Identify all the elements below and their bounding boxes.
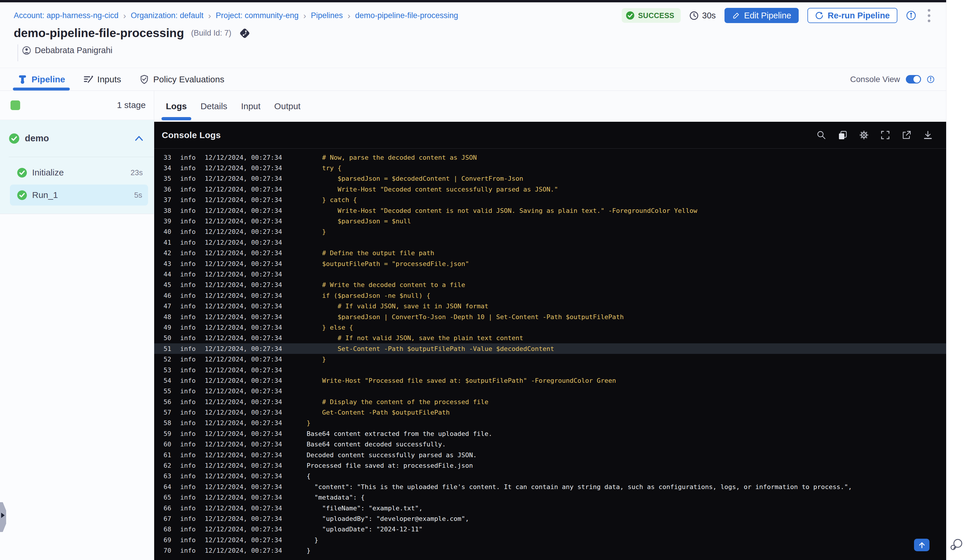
- settings-gear-icon[interactable]: [859, 130, 869, 140]
- breadcrumb-link[interactable]: Project: community-eng: [216, 11, 299, 20]
- log-line[interactable]: 70info12/12/2024, 00:27:34}: [154, 545, 946, 556]
- log-line[interactable]: 53info12/12/2024, 00:27:34: [154, 365, 946, 375]
- window-top-strip: [0, 0, 946, 2]
- rerun-pipeline-button[interactable]: Re-run Pipeline: [807, 8, 897, 23]
- log-line[interactable]: 54info12/12/2024, 00:27:34 Write-Host "P…: [154, 375, 946, 386]
- console-title: Console Logs: [162, 130, 221, 140]
- step-list: Initialize 23s Run_1 5s: [0, 157, 154, 205]
- log-line[interactable]: 69info12/12/2024, 00:27:34 }: [154, 535, 946, 545]
- log-line[interactable]: 57info12/12/2024, 00:27:34 Get-Content -…: [154, 407, 946, 417]
- log-line[interactable]: 64info12/12/2024, 00:27:34 "content": "T…: [154, 481, 946, 492]
- duration-value: 30s: [702, 11, 716, 20]
- log-line[interactable]: 56info12/12/2024, 00:27:34 # Display the…: [154, 396, 946, 407]
- stage-success-icon: [9, 133, 20, 144]
- download-icon[interactable]: [923, 130, 933, 140]
- support-chat-icon[interactable]: [950, 538, 964, 552]
- log-line[interactable]: 68info12/12/2024, 00:27:34 "uploadDate":…: [154, 524, 946, 535]
- scroll-to-top-button[interactable]: [914, 539, 930, 551]
- author-row: Debabrata Panigrahi: [22, 46, 112, 55]
- log-line[interactable]: 41info12/12/2024, 00:27:34: [154, 237, 946, 248]
- console-log-viewport[interactable]: 33info12/12/2024, 00:27:34 # Now, parse …: [154, 155, 946, 560]
- breadcrumb-link[interactable]: Organization: default: [131, 11, 204, 20]
- log-line[interactable]: 37info12/12/2024, 00:27:34 } catch {: [154, 195, 946, 205]
- author-name: Debabrata Panigrahi: [35, 46, 112, 55]
- title-row: demo-pipeline-file-processing (Build Id:…: [14, 26, 251, 40]
- build-id: (Build Id: 7): [191, 29, 231, 38]
- log-line[interactable]: 67info12/12/2024, 00:27:34 "uploadedBy":…: [154, 513, 946, 524]
- open-in-new-icon[interactable]: [902, 130, 912, 140]
- log-line[interactable]: 40info12/12/2024, 00:27:34 }: [154, 227, 946, 237]
- copy-icon[interactable]: [838, 130, 848, 140]
- chevron-up-icon[interactable]: [135, 135, 143, 141]
- breadcrumb-separator: ›: [208, 11, 211, 20]
- harness-pipeline-execution-page: Account: app-harness-ng-cicd›Organizatio…: [0, 0, 966, 560]
- breadcrumb-separator: ›: [123, 11, 126, 20]
- tab-policy-evaluations[interactable]: Policy Evaluations: [139, 68, 224, 90]
- success-check-icon: [626, 11, 634, 20]
- log-line[interactable]: 52info12/12/2024, 00:27:34 }: [154, 354, 946, 365]
- tab-details[interactable]: Details: [200, 91, 227, 122]
- step-success-icon: [17, 190, 27, 200]
- log-line[interactable]: 39info12/12/2024, 00:27:34 $parsedJson =…: [154, 216, 946, 226]
- tab-output[interactable]: Output: [274, 91, 301, 122]
- stage-group-header[interactable]: demo: [0, 120, 154, 157]
- step-duration: 23s: [131, 168, 143, 177]
- log-line[interactable]: 62info12/12/2024, 00:27:34Processed file…: [154, 460, 946, 471]
- log-line[interactable]: 60info12/12/2024, 00:27:34Base64 content…: [154, 439, 946, 450]
- console-view-info-icon[interactable]: [927, 76, 935, 83]
- more-options-menu[interactable]: [925, 7, 933, 24]
- log-line[interactable]: 55info12/12/2024, 00:27:34: [154, 386, 946, 396]
- log-line[interactable]: 58info12/12/2024, 00:27:34}: [154, 418, 946, 428]
- log-line[interactable]: 33info12/12/2024, 00:27:34 # Now, parse …: [154, 155, 946, 163]
- right-rail: [946, 0, 966, 560]
- console-icon-toolbar: [816, 130, 933, 140]
- tab-pipeline[interactable]: Pipeline: [18, 68, 65, 90]
- log-line[interactable]: 50info12/12/2024, 00:27:34 # If not vali…: [154, 333, 946, 343]
- log-line[interactable]: 45info12/12/2024, 00:27:34 # Write the d…: [154, 280, 946, 290]
- step-initialize[interactable]: Initialize 23s: [0, 164, 154, 182]
- edit-pipeline-button[interactable]: Edit Pipeline: [724, 8, 798, 23]
- log-line[interactable]: 59info12/12/2024, 00:27:34Base64 content…: [154, 428, 946, 439]
- arrow-up-icon: [918, 541, 926, 549]
- log-line[interactable]: 35info12/12/2024, 00:27:34 $parsedJson =…: [154, 173, 946, 184]
- step-run-1[interactable]: Run_1 5s: [10, 184, 148, 205]
- status-label: SUCCESS: [638, 11, 674, 20]
- stage-status-square: [10, 100, 20, 110]
- search-icon[interactable]: [816, 130, 826, 140]
- pencil-icon: [732, 11, 740, 20]
- breadcrumb-link[interactable]: Pipelines: [311, 11, 343, 20]
- breadcrumb-separator: ›: [348, 11, 350, 20]
- log-line[interactable]: 44info12/12/2024, 00:27:34: [154, 269, 946, 279]
- log-line[interactable]: 49info12/12/2024, 00:27:34 } else {: [154, 322, 946, 333]
- log-line[interactable]: 51info12/12/2024, 00:27:34 Set-Content -…: [154, 343, 946, 354]
- stage-sidebar: 1 stage demo: [0, 91, 154, 560]
- fullscreen-icon[interactable]: [881, 130, 890, 140]
- tab-logs[interactable]: Logs: [166, 91, 187, 122]
- log-line[interactable]: 38info12/12/2024, 00:27:34 Write-Host "D…: [154, 205, 946, 216]
- execution-main-panel: Logs Details Input Output Console Logs: [154, 91, 946, 560]
- log-line[interactable]: 63info12/12/2024, 00:27:34{: [154, 471, 946, 481]
- breadcrumb-link[interactable]: Account: app-harness-ng-cicd: [14, 11, 118, 20]
- log-line[interactable]: 61info12/12/2024, 00:27:34Decoded conten…: [154, 450, 946, 460]
- tab-inputs[interactable]: Inputs: [83, 68, 121, 90]
- log-line[interactable]: 43info12/12/2024, 00:27:34 $outputFilePa…: [154, 258, 946, 269]
- console-view-toggle[interactable]: [906, 75, 921, 84]
- breadcrumb-link[interactable]: demo-pipeline-file-processing: [355, 11, 458, 20]
- log-line[interactable]: 47info12/12/2024, 00:27:34 # If valid JS…: [154, 301, 946, 311]
- header-actions: SUCCESS 30s Edit Pipeline: [622, 8, 933, 23]
- clock-icon: [690, 11, 698, 20]
- rerun-info-icon[interactable]: [906, 10, 916, 20]
- breadcrumb: Account: app-harness-ng-cicd›Organizatio…: [14, 11, 458, 20]
- log-line[interactable]: 34info12/12/2024, 00:27:34 try {: [154, 163, 946, 173]
- log-line[interactable]: 48info12/12/2024, 00:27:34 $parsedJson |…: [154, 312, 946, 322]
- stage-group-name: demo: [25, 133, 135, 144]
- step-duration: 5s: [134, 190, 142, 200]
- log-line[interactable]: 65info12/12/2024, 00:27:34 "metadata": {: [154, 492, 946, 503]
- log-line[interactable]: 42info12/12/2024, 00:27:34 # Define the …: [154, 248, 946, 258]
- git-icon: [238, 27, 251, 40]
- avatar: [22, 46, 31, 55]
- log-line[interactable]: 36info12/12/2024, 00:27:34 Write-Host "D…: [154, 184, 946, 194]
- log-line[interactable]: 66info12/12/2024, 00:27:34 "fileName": "…: [154, 503, 946, 513]
- tab-input[interactable]: Input: [241, 91, 261, 122]
- log-line[interactable]: 46info12/12/2024, 00:27:34 if ($parsedJs…: [154, 290, 946, 301]
